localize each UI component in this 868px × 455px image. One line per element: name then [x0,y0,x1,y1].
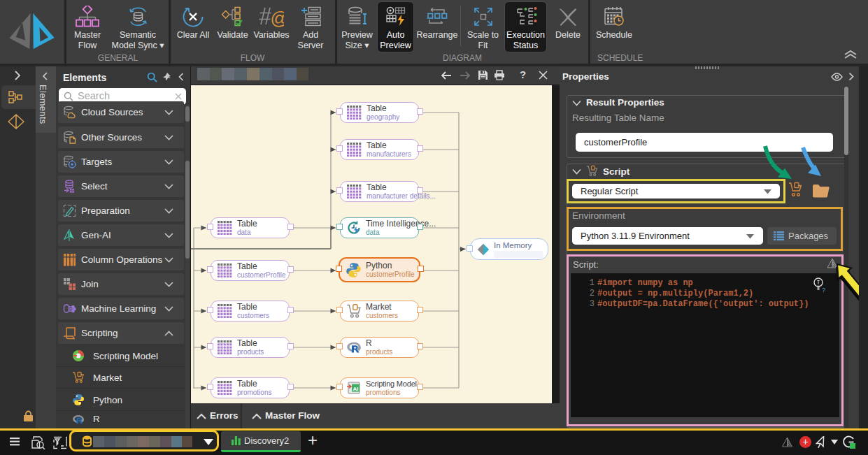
svg-text:@: @ [270,8,284,29]
svg-text:AI: AI [353,386,359,392]
svg-text:?: ? [822,287,825,294]
